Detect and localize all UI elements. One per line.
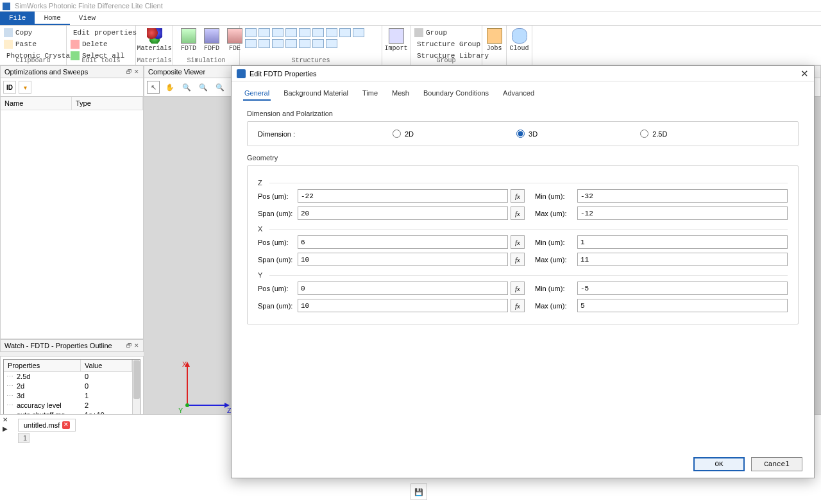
- save-button[interactable]: 💾: [410, 483, 427, 500]
- menu-home[interactable]: Home: [35, 12, 69, 25]
- prop-value: 0: [81, 382, 132, 391]
- fx-button[interactable]: fx: [511, 299, 525, 312]
- file-tab-close-icon[interactable]: ✕: [62, 421, 70, 429]
- edit-group-label: Edit tools: [67, 57, 135, 64]
- copy-button[interactable]: Copy: [4, 27, 62, 38]
- watch-panel-header: Watch - FDTD - Properties Outline 🗗 ✕: [0, 339, 144, 352]
- structure-shapes[interactable]: [244, 27, 372, 49]
- fx-button[interactable]: fx: [511, 235, 525, 249]
- fx-button[interactable]: fx: [511, 281, 525, 295]
- ok-button[interactable]: OK: [693, 457, 745, 471]
- shape-icon[interactable]: [299, 28, 310, 37]
- tab-advanced[interactable]: Advanced: [502, 87, 536, 101]
- shape-icon[interactable]: [326, 28, 337, 37]
- ribbon: Copy Paste Photonic Crystal Clipboard Ed…: [0, 26, 821, 65]
- shape-icon[interactable]: [299, 39, 310, 48]
- paste-button[interactable]: Paste: [4, 38, 62, 49]
- x-span-input[interactable]: [298, 253, 508, 266]
- menu-view[interactable]: View: [70, 12, 105, 25]
- zoom-out-icon[interactable]: 🔍: [197, 81, 210, 94]
- save-icon: 💾: [414, 488, 423, 496]
- tree-expand-icon[interactable]: ⋯: [4, 401, 15, 410]
- menu-bar: File Home View: [0, 12, 821, 26]
- z-span-input[interactable]: [298, 206, 508, 220]
- shape-icon[interactable]: [272, 39, 284, 48]
- axes-gizmo: X Y Z: [176, 359, 233, 417]
- cancel-button[interactable]: Cancel: [751, 457, 802, 471]
- radio-2-5d[interactable]: 2.5D: [640, 130, 667, 138]
- tab-mesh[interactable]: Mesh: [391, 87, 410, 101]
- jobs-button[interactable]: Jobs: [486, 27, 502, 53]
- menu-file[interactable]: File: [0, 12, 35, 25]
- cursor-tool-icon[interactable]: ↖: [147, 81, 160, 94]
- opt-id-button[interactable]: ID: [3, 81, 16, 94]
- shape-icon[interactable]: [258, 39, 270, 48]
- watch-col-prop[interactable]: Properties: [4, 360, 81, 371]
- z-pos-input[interactable]: [298, 189, 508, 203]
- shape-icon[interactable]: [285, 28, 297, 37]
- shape-icon[interactable]: [272, 28, 284, 37]
- span-label: Span (um):: [258, 256, 295, 264]
- shape-icon[interactable]: [258, 28, 270, 37]
- editor-close-icon[interactable]: ✕: [3, 416, 8, 423]
- panel-pin-close[interactable]: 🗗 ✕: [126, 342, 139, 349]
- dialog-title-bar[interactable]: Edit FDTD Properties ✕: [232, 66, 814, 81]
- y-pos-input[interactable]: [298, 281, 508, 295]
- opt-col-type[interactable]: Type: [72, 97, 143, 110]
- panel-pin-close[interactable]: 🗗 ✕: [126, 69, 139, 75]
- z-min-input[interactable]: [577, 189, 788, 203]
- y-min-input[interactable]: [577, 281, 788, 295]
- tab-time[interactable]: Time: [361, 87, 379, 101]
- cloud-button[interactable]: Cloud: [511, 27, 528, 53]
- file-tab[interactable]: untitled.msf ✕: [18, 419, 76, 432]
- tree-expand-icon[interactable]: ⋯: [4, 373, 15, 381]
- y-span-input[interactable]: [298, 299, 508, 312]
- shape-icon[interactable]: [353, 28, 364, 37]
- paste-icon: [4, 40, 13, 49]
- shape-icon[interactable]: [312, 28, 324, 37]
- editor-play-icon[interactable]: ▶: [3, 425, 8, 432]
- tab-background-material[interactable]: Background Material: [282, 87, 350, 101]
- materials-button[interactable]: Materials: [140, 27, 169, 53]
- fx-button[interactable]: fx: [511, 189, 525, 203]
- fx-button[interactable]: fx: [511, 253, 525, 266]
- shape-icon[interactable]: [312, 39, 324, 48]
- radio-2d[interactable]: 2D: [393, 130, 414, 138]
- shape-icon[interactable]: [245, 39, 257, 48]
- zoom-in-icon[interactable]: 🔍: [180, 81, 193, 94]
- watch-col-val[interactable]: Value: [81, 360, 132, 371]
- pan-tool-icon[interactable]: ✋: [164, 81, 176, 94]
- shape-icon[interactable]: [326, 39, 337, 48]
- radio-3d[interactable]: 3D: [516, 130, 537, 138]
- svg-text:X: X: [182, 360, 187, 368]
- edit-properties-button[interactable]: Edit properties: [71, 27, 131, 38]
- shape-icon[interactable]: [285, 39, 297, 48]
- materials-icon: [147, 28, 162, 44]
- opt-col-name[interactable]: Name: [1, 97, 72, 110]
- dialog-close-icon[interactable]: ✕: [800, 68, 809, 80]
- watch-row[interactable]: ⋯2d0: [4, 382, 132, 391]
- y-max-input[interactable]: [577, 299, 788, 312]
- watch-row[interactable]: ⋯2.5d0: [4, 372, 132, 382]
- shape-icon[interactable]: [245, 28, 257, 37]
- opt-tool-button[interactable]: ▾: [19, 81, 31, 94]
- watch-row[interactable]: ⋯accuracy level2: [4, 401, 132, 410]
- opt-table: Name Type: [0, 97, 144, 339]
- x-max-input[interactable]: [577, 253, 788, 266]
- tree-expand-icon[interactable]: ⋯: [4, 382, 15, 391]
- fx-button[interactable]: fx: [511, 206, 525, 220]
- delete-button[interactable]: Delete: [71, 38, 131, 49]
- tree-expand-icon[interactable]: ⋯: [4, 392, 15, 400]
- watch-row[interactable]: ⋯3d1: [4, 391, 132, 401]
- tab-boundary-conditions[interactable]: Boundary Conditions: [422, 87, 490, 101]
- import-button[interactable]: Import: [386, 27, 406, 53]
- group-button[interactable]: Group: [414, 27, 478, 38]
- shape-icon[interactable]: [339, 28, 351, 37]
- z-max-input[interactable]: [577, 206, 788, 220]
- axis-y-label: Y: [258, 271, 788, 279]
- zoom-fit-icon[interactable]: 🔍: [214, 81, 226, 94]
- x-pos-input[interactable]: [298, 235, 508, 249]
- tab-general[interactable]: General: [243, 87, 271, 101]
- x-min-input[interactable]: [577, 235, 788, 249]
- structure-group-button[interactable]: Structure Group: [414, 38, 478, 49]
